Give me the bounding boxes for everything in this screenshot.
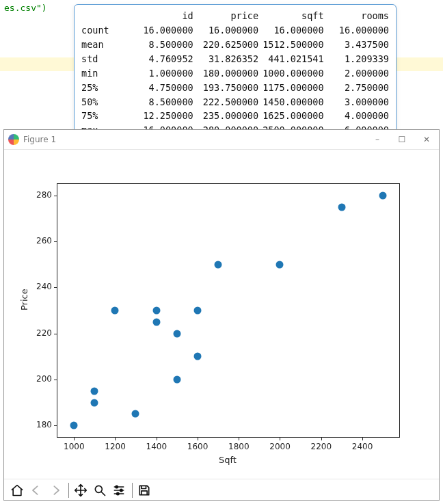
- describe-cell: 193.750000: [193, 81, 258, 95]
- plot-area[interactable]: 1000120014001600180020002200240018020022…: [4, 150, 439, 479]
- scatter-point: [132, 410, 139, 418]
- y-tick: [54, 196, 57, 196]
- describe-row-label: count: [81, 23, 128, 38]
- x-tick: [74, 437, 75, 440]
- toolbar-divider: [68, 483, 69, 498]
- y-tick-label: 220: [36, 328, 52, 338]
- y-tick-label: 260: [36, 236, 52, 246]
- describe-cell: 16.000000: [193, 23, 258, 38]
- home-icon[interactable]: [8, 481, 26, 499]
- describe-row: mean8.500000220.6250001512.5000003.43750…: [81, 38, 389, 52]
- describe-cell: 1450.000000: [258, 95, 323, 109]
- describe-cell: 222.500000: [193, 95, 258, 109]
- y-tick: [54, 380, 57, 380]
- y-axis-label: Price: [19, 289, 29, 310]
- y-tick-label: 240: [36, 282, 52, 291]
- scatter-point: [338, 203, 345, 211]
- describe-cell: 1000.000000: [258, 66, 323, 81]
- svg-point-2: [120, 489, 122, 491]
- scatter-point: [152, 318, 160, 326]
- describe-cell: 235.000000: [193, 109, 258, 123]
- x-tick: [362, 437, 363, 440]
- describe-cell: 4.000000: [324, 109, 389, 123]
- scatter-point: [70, 422, 78, 429]
- describe-cell: 3.000000: [324, 95, 389, 109]
- x-axis-label: Sqft: [219, 455, 237, 465]
- describe-cell: 16.000000: [324, 23, 389, 38]
- forward-icon[interactable]: [46, 481, 64, 499]
- save-icon[interactable]: [135, 481, 153, 499]
- describe-cell: 2.750000: [324, 81, 389, 95]
- describe-row-label: 50%: [81, 95, 128, 109]
- y-tick: [54, 334, 57, 334]
- describe-cell: 441.021541: [258, 52, 323, 66]
- describe-row-label: mean: [81, 38, 128, 52]
- x-tick: [321, 437, 322, 440]
- x-tick: [198, 437, 198, 440]
- scatter-point: [276, 261, 284, 268]
- describe-row-label: min: [81, 66, 128, 81]
- describe-row: 25%4.750000193.7500001175.0000002.750000: [81, 81, 389, 95]
- minimize-button[interactable]: –: [365, 130, 390, 149]
- describe-row-label: 75%: [81, 109, 128, 123]
- scatter-point: [91, 399, 98, 406]
- figure-window: Figure 1 – ☐ ✕ 1000120014001600180020002…: [3, 129, 440, 501]
- figure-app-icon: [8, 134, 19, 145]
- describe-cell: 180.000000: [193, 66, 258, 81]
- scatter-point: [193, 307, 201, 315]
- describe-cell: 16.000000: [258, 23, 323, 38]
- zoom-icon[interactable]: [91, 481, 109, 499]
- x-tick-label: 1800: [228, 442, 250, 451]
- figure-titlebar[interactable]: Figure 1 – ☐ ✕: [4, 130, 439, 150]
- x-tick-label: 1200: [105, 442, 126, 451]
- describe-cell: 2.000000: [324, 66, 389, 81]
- x-tick-label: 1000: [64, 442, 85, 451]
- scatter-point: [173, 330, 180, 337]
- configure-icon[interactable]: [110, 481, 128, 499]
- describe-row: std4.76095231.826352441.0215411.209339: [81, 52, 389, 66]
- describe-cell: 4.750000: [128, 81, 193, 95]
- svg-point-0: [95, 486, 102, 492]
- scatter-point: [214, 261, 222, 268]
- close-button[interactable]: ✕: [414, 130, 439, 149]
- describe-cell: 16.000000: [128, 23, 193, 38]
- axes-box: [57, 184, 399, 437]
- toolbar-divider: [132, 483, 133, 498]
- x-tick-label: 2200: [311, 442, 332, 451]
- pan-icon[interactable]: [72, 481, 90, 499]
- x-tick-label: 2000: [269, 442, 291, 451]
- x-tick: [239, 437, 239, 440]
- figure-title: Figure 1: [23, 135, 56, 144]
- describe-cell: 1625.000000: [258, 109, 323, 123]
- describe-cell: 31.826352: [193, 52, 258, 66]
- x-tick: [280, 437, 280, 440]
- y-tick: [54, 287, 57, 288]
- describe-row-label: 25%: [81, 81, 128, 95]
- scatter-point: [152, 307, 160, 315]
- scatter-point: [193, 353, 201, 360]
- describe-cell: 8.500000: [128, 38, 193, 52]
- describe-tooltip: id price sqft rooms count16.00000016.000…: [74, 4, 397, 149]
- back-icon[interactable]: [27, 481, 45, 499]
- scatter-point: [91, 387, 98, 395]
- describe-cell: 220.625000: [193, 38, 258, 52]
- y-tick: [54, 425, 57, 426]
- describe-row-label: std: [81, 52, 128, 66]
- describe-row: min1.000000180.0000001000.0000002.000000: [81, 66, 389, 81]
- y-tick-label: 280: [36, 190, 52, 200]
- describe-cell: 1.209339: [324, 52, 389, 66]
- describe-cell: 1175.000000: [258, 81, 323, 95]
- x-tick: [115, 437, 116, 440]
- scatter-point: [379, 191, 386, 199]
- y-tick-label: 180: [36, 420, 52, 429]
- scatter-point: [111, 307, 119, 315]
- describe-cell: 12.250000: [128, 109, 193, 123]
- describe-row: count16.00000016.00000016.00000016.00000…: [81, 23, 389, 38]
- describe-row: 50%8.500000222.5000001450.0000003.000000: [81, 95, 389, 109]
- y-tick-label: 200: [36, 374, 52, 384]
- code-fragment: es.csv"): [4, 3, 47, 13]
- x-tick-label: 1400: [146, 442, 167, 451]
- y-tick: [54, 241, 57, 242]
- x-tick-label: 1600: [187, 442, 209, 451]
- maximize-button[interactable]: ☐: [390, 130, 414, 149]
